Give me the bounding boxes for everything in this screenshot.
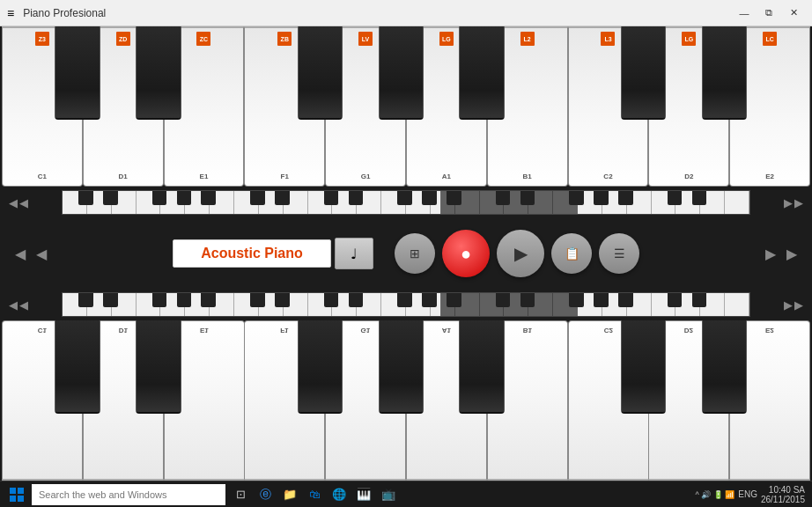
black-key[interactable]	[621, 26, 666, 120]
black-key[interactable]	[459, 26, 504, 120]
nav-right: ▶ ▶	[750, 218, 812, 289]
titlebar: ≡ Piano Profesional — ⧉ ✕	[0, 0, 812, 26]
system-tray: ^ 🔊 🔋 📶	[696, 490, 735, 499]
nav-left: ◀ ◀	[0, 218, 62, 289]
instrument-name-display[interactable]: Acoustic Piano	[173, 239, 331, 268]
bottom-piano-section: C1D1E1F1G1A1B1C2D2E2	[0, 320, 812, 481]
lang-indicator: ENG	[738, 489, 757, 499]
key-label: E1	[200, 173, 209, 180]
instrument-icon-button[interactable]: ♩	[335, 238, 373, 269]
chrome-icon[interactable]: 🌐	[328, 482, 351, 507]
play-icon: ▶	[514, 243, 528, 264]
edge-icon[interactable]: ⓔ	[254, 482, 277, 507]
key-label: E2	[765, 327, 774, 334]
black-key[interactable]	[136, 26, 181, 120]
key-label: C2	[603, 173, 612, 180]
taskbar-right: ^ 🔊 🔋 📶 ENG 10:40 SA 26/11/2015	[696, 485, 808, 504]
piano-grid-button[interactable]: ⊞	[395, 233, 435, 274]
mini-piano-top[interactable]	[62, 190, 750, 215]
key-label: E1	[200, 327, 209, 334]
black-key[interactable]	[379, 26, 424, 120]
black-key[interactable]	[702, 320, 747, 414]
nav-right-top[interactable]: ▶ ▶	[784, 196, 803, 209]
nav-left-bottom[interactable]: ◀ ◀	[9, 298, 28, 312]
nav-right-bottom[interactable]: ▶ ▶	[784, 298, 803, 312]
key-badge: LV	[358, 32, 373, 46]
key-label: F1	[281, 173, 289, 180]
notes-button[interactable]: 📋	[551, 233, 592, 274]
taskbar-app2[interactable]: 📺	[377, 482, 400, 507]
key-label: E2	[765, 173, 774, 180]
close-button[interactable]: ✕	[782, 4, 805, 22]
key-badge: LG	[439, 32, 454, 46]
bottom-keys-wrapper: C1D1E1F1G1A1B1C2D2E2	[0, 320, 812, 481]
time-display: 10:40 SA	[761, 485, 805, 495]
next2-arrow-icon[interactable]: ▶	[781, 242, 802, 266]
prev2-arrow-icon[interactable]: ◀	[31, 242, 52, 266]
black-key[interactable]	[459, 320, 504, 414]
key-badge: LG	[682, 32, 696, 46]
black-key[interactable]	[55, 26, 100, 120]
bottom-scrollbar-row: ◀ ◀ ▶ ▶	[0, 289, 812, 320]
key-badge: Z3	[35, 32, 49, 46]
restore-button[interactable]: ⧉	[757, 4, 780, 22]
play-button[interactable]: ▶	[497, 230, 544, 277]
search-input[interactable]	[32, 484, 225, 505]
left-arrow2-icon: ◀	[19, 196, 28, 209]
key-label: A1	[442, 327, 451, 334]
document-icon: 📋	[565, 246, 579, 261]
record-icon: ●	[461, 244, 471, 264]
black-key[interactable]	[298, 320, 343, 414]
next-arrow-icon[interactable]: ▶	[760, 242, 781, 266]
music-note-icon: ♩	[351, 246, 358, 262]
nav-left-top[interactable]: ◀ ◀	[9, 196, 28, 209]
key-badge: ZC	[196, 32, 210, 46]
svg-rect-1	[18, 488, 24, 494]
key-label: A1	[442, 173, 451, 180]
right-bot-arrow-icon: ▶	[784, 298, 793, 312]
list-button[interactable]: ☰	[599, 233, 639, 274]
key-badge: LC	[763, 32, 777, 46]
menu-icon[interactable]: ≡	[7, 6, 14, 20]
black-key[interactable]	[379, 320, 424, 414]
mini-piano-highlight	[440, 191, 578, 214]
key-label: B1	[523, 327, 532, 334]
date-display: 26/11/2015	[761, 495, 805, 504]
left-arrow-icon: ◀	[9, 196, 18, 209]
key-badge: L2	[520, 32, 535, 46]
minimize-button[interactable]: —	[733, 4, 756, 22]
left-bot-arrow2-icon: ◀	[19, 298, 28, 312]
store-icon[interactable]: 🛍	[303, 482, 326, 507]
start-button[interactable]	[4, 482, 30, 507]
key-label: D2	[684, 327, 693, 334]
window-controls: — ⧉ ✕	[733, 4, 805, 22]
taskbar-app1[interactable]: 🎹	[352, 482, 375, 507]
grid-icon: ⊞	[410, 246, 420, 261]
black-key[interactable]	[298, 26, 343, 120]
black-key[interactable]	[136, 320, 181, 414]
black-key[interactable]	[621, 320, 666, 414]
key-label: G1	[361, 173, 371, 180]
taskbar: ⊡ ⓔ 📁 🛍 🌐 🎹 📺 ^ 🔊 🔋 📶 ENG 10:40 SA 26/11…	[0, 481, 812, 507]
prev-arrow-icon[interactable]: ◀	[10, 242, 31, 266]
svg-rect-0	[10, 488, 16, 494]
left-bot-arrow-icon: ◀	[9, 298, 18, 312]
record-button[interactable]: ●	[442, 230, 490, 277]
key-badge: L3	[601, 32, 615, 46]
key-label: G1	[361, 327, 371, 334]
right-arrow2-icon: ▶	[794, 196, 803, 209]
black-key[interactable]	[55, 320, 100, 414]
svg-rect-2	[10, 496, 16, 502]
svg-rect-3	[18, 496, 24, 502]
top-scrollbar-row: ◀ ◀ ▶ ▶	[0, 187, 812, 218]
mini-piano-bottom-highlight	[440, 293, 578, 316]
top-piano-section: Z3C1ZDD1ZCE1ZBF1LVG1LGA1L2B1L3C2LGD2LCE2	[0, 26, 812, 187]
explorer-icon[interactable]: 📁	[278, 482, 301, 507]
right-bot-arrow2-icon: ▶	[794, 298, 803, 312]
task-view-icon[interactable]: ⊡	[229, 482, 252, 507]
key-label: D1	[119, 327, 128, 334]
black-key[interactable]	[702, 26, 747, 120]
key-label: D1	[119, 173, 128, 180]
key-badge: ZB	[277, 32, 292, 46]
mini-piano-bottom[interactable]	[62, 292, 750, 317]
